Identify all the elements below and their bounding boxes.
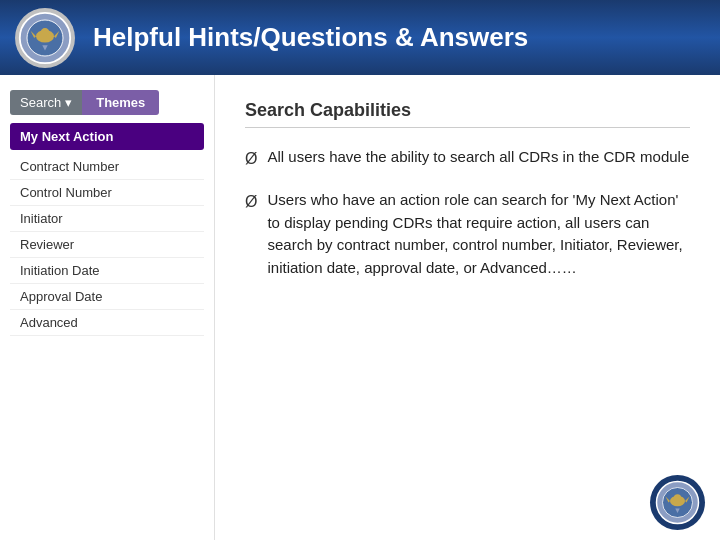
menu-item-contract-number[interactable]: Contract Number [10,154,204,180]
header-title: Helpful Hints/Questions & Answers [93,22,528,53]
search-label: Search [20,95,61,110]
bullet-arrow-2: Ø [245,190,257,214]
footer-logo [650,475,705,530]
menu-item-control-number[interactable]: Control Number [10,180,204,206]
menu-item-approval-date[interactable]: Approval Date [10,284,204,310]
header: Helpful Hints/Questions & Answers [0,0,720,75]
left-panel: Search ▾ Themes My Next Action Contract … [0,75,215,540]
nav-bar: Search ▾ Themes [10,90,204,115]
bullet-text-2: Users who have an action role can search… [267,189,690,279]
bullet-arrow-1: Ø [245,147,257,171]
section-title: Search Capabilities [245,100,690,128]
bullet-text-1: All users have the ability to search all… [267,146,690,169]
menu-item-advanced[interactable]: Advanced [10,310,204,336]
search-button[interactable]: Search ▾ [10,90,82,115]
bullet-1: Ø All users have the ability to search a… [245,146,690,171]
bullet-2: Ø Users who have an action role can sear… [245,189,690,279]
main-content: Search ▾ Themes My Next Action Contract … [0,75,720,540]
themes-button[interactable]: Themes [82,90,159,115]
svg-point-5 [41,28,50,37]
right-panel: Search Capabilities Ø All users have the… [215,75,720,540]
svg-point-12 [674,494,682,502]
header-logo [15,8,75,68]
themes-label: Themes [96,95,145,110]
my-next-action-button[interactable]: My Next Action [10,123,204,150]
menu-item-initiator[interactable]: Initiator [10,206,204,232]
dropdown-arrow-icon: ▾ [65,95,72,110]
my-next-action-label: My Next Action [20,129,113,144]
menu-item-initiation-date[interactable]: Initiation Date [10,258,204,284]
menu-item-reviewer[interactable]: Reviewer [10,232,204,258]
